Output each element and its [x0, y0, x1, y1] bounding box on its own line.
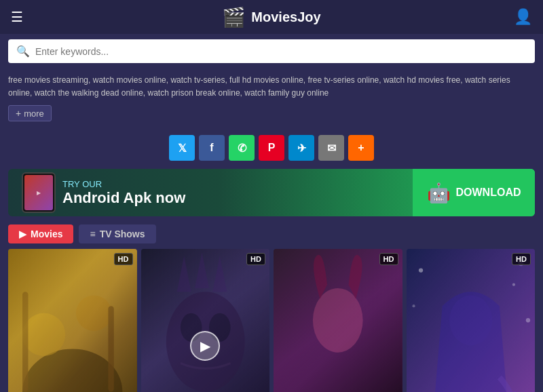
movies-tab-label: Movies — [31, 229, 62, 239]
more-label: more — [24, 109, 44, 119]
tvshows-tab-icon: ≡ — [90, 229, 95, 239]
play-button-2[interactable]: ▶ — [190, 331, 220, 361]
svg-point-3 — [76, 296, 112, 332]
tab-tvshows[interactable]: ≡ TV Shows — [79, 224, 155, 243]
phone-screen: ▶ — [24, 175, 53, 210]
download-label: DOWNLOAD — [456, 187, 521, 199]
movie-card-3[interactable]: HD — [274, 249, 402, 392]
svg-point-31 — [525, 318, 529, 322]
svg-rect-4 — [22, 292, 28, 392]
card3-art — [274, 249, 402, 392]
android-banner[interactable]: ▶ TRY OUR Android Apk now 🤖 DOWNLOAD — [8, 169, 535, 216]
hd-badge-2: HD — [246, 253, 265, 265]
movies-tab-icon: ▶ — [19, 229, 26, 239]
header-left: ☰ — [11, 9, 23, 25]
logo-text: MoviesJoy — [251, 9, 320, 25]
plus-icon: + — [16, 108, 21, 119]
phone-mockup: ▶ — [22, 172, 56, 213]
share-facebook-button[interactable]: f — [199, 135, 225, 161]
svg-point-28 — [512, 283, 514, 286]
share-more-button[interactable]: + — [348, 135, 374, 161]
movie-grid: HD — [8, 249, 535, 392]
svg-rect-5 — [108, 307, 113, 392]
banner-left: ▶ TRY OUR Android Apk now — [8, 172, 413, 213]
share-telegram-button[interactable]: ✈ — [288, 135, 314, 161]
hamburger-icon[interactable]: ☰ — [11, 9, 23, 25]
tags-area: free movies streaming, watch movies onli… — [0, 68, 543, 102]
movie-card-4[interactable]: HD — [407, 249, 536, 392]
share-whatsapp-button[interactable]: ✆ — [229, 135, 255, 161]
logo-icon: 🎬 — [222, 6, 246, 28]
movie-card-1[interactable]: HD — [8, 249, 137, 392]
header-right: 👤 — [514, 8, 532, 26]
share-email-button[interactable]: ✉ — [318, 135, 344, 161]
user-icon[interactable]: 👤 — [514, 8, 532, 26]
hd-badge-4: HD — [512, 253, 531, 265]
logo-area: 🎬 MoviesJoy — [222, 6, 320, 28]
search-icon: 🔍 — [16, 45, 30, 58]
search-bar: 🔍 — [8, 39, 535, 63]
svg-point-30 — [412, 305, 415, 307]
banner-main-text: Android Apk now — [62, 189, 185, 207]
svg-point-2 — [22, 313, 65, 356]
hd-badge-3: HD — [379, 253, 398, 265]
card4-art — [407, 249, 536, 392]
share-pinterest-button[interactable]: P — [259, 135, 284, 161]
banner-text-area: TRY OUR Android Apk now — [62, 179, 185, 207]
banner-download-button[interactable]: 🤖 DOWNLOAD — [413, 169, 535, 216]
tabs-row: ▶ Movies ≡ TV Shows — [8, 224, 535, 243]
hd-badge-1: HD — [114, 253, 133, 265]
share-twitter-button[interactable]: 𝕏 — [169, 135, 195, 161]
movie-card-2[interactable]: HD ▶ — [141, 249, 270, 392]
tab-movies[interactable]: ▶ Movies — [8, 224, 73, 243]
card1-art — [8, 249, 137, 392]
search-input[interactable] — [35, 46, 527, 57]
android-icon: 🤖 — [427, 182, 451, 204]
more-button[interactable]: + more — [8, 105, 52, 121]
card2-art — [141, 249, 270, 392]
banner-try-text: TRY OUR — [62, 179, 185, 189]
tvshows-tab-label: TV Shows — [100, 229, 145, 239]
social-row: 𝕏 f ✆ P ✈ ✉ + — [0, 135, 543, 161]
tags-text: free movies streaming, watch movies onli… — [8, 75, 510, 98]
svg-point-27 — [418, 269, 422, 273]
header: ☰ 🎬 MoviesJoy 👤 — [0, 0, 543, 34]
